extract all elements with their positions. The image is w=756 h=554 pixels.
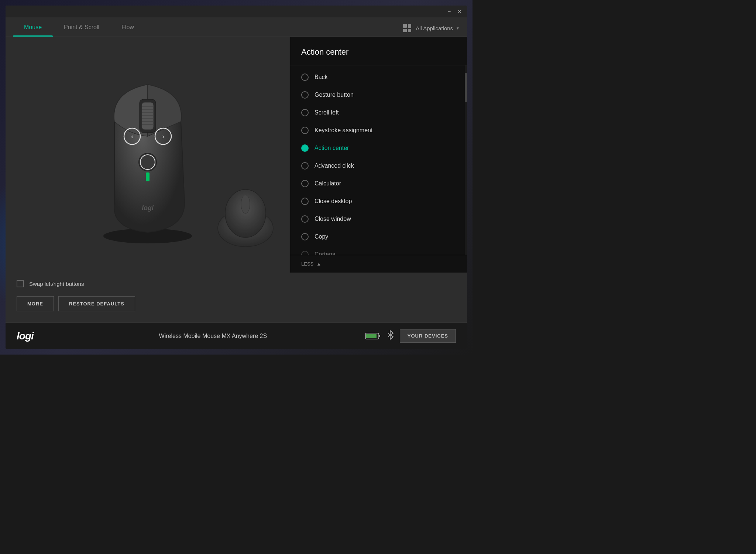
minimize-button[interactable]: − [446,8,453,15]
tab-bar: Mouse Point & Scroll Flow All Applicatio… [6,17,467,37]
action-item-calculator[interactable]: Calculator [290,175,465,192]
radio-advanced-click [301,162,309,170]
svg-rect-2 [142,102,154,130]
tab-mouse[interactable]: Mouse [13,17,53,37]
svg-rect-16 [146,172,150,181]
main-content: ‹ › logi [6,37,467,273]
less-label: LESS [301,261,313,267]
radio-keystroke-assignment [301,127,309,134]
title-bar: − ✕ [6,6,467,17]
bottom-controls: Swap left/right buttons MORE RESTORE DEF… [6,273,467,322]
action-label-keystroke-assignment: Keystroke assignment [315,127,372,134]
svg-text:›: › [162,133,164,140]
svg-text:logi: logi [142,204,154,212]
action-label-close-desktop: Close desktop [315,198,352,205]
mouse-area: ‹ › logi [6,37,290,273]
action-label-copy: Copy [315,233,328,240]
scrollbar-track[interactable] [465,65,467,255]
all-applications-label: All Applications [416,25,453,31]
radio-close-window [301,215,309,223]
radio-action-center [301,144,309,152]
mouse-illustration: ‹ › logi [20,52,275,258]
your-devices-button[interactable]: YOUR DEVICES [400,329,456,343]
action-center-list: Back Gesture button Scroll left [290,65,465,255]
battery-icon [365,332,381,340]
title-bar-controls: − ✕ [446,8,463,15]
tab-bar-right: All Applications ▼ [403,24,460,37]
mouse-svg: ‹ › logi [78,62,218,247]
main-window: − ✕ Mouse Point & Scroll Flow All Applic… [6,6,467,349]
action-label-scroll-left: Scroll left [315,109,339,116]
action-center-wrapper: Back Gesture button Scroll left [290,65,467,255]
scrollbar-thumb[interactable] [465,73,467,102]
bluetooth-icon [386,330,394,342]
action-item-back[interactable]: Back [290,68,465,86]
action-item-gesture-button[interactable]: Gesture button [290,86,465,104]
radio-calculator [301,180,309,187]
apps-grid-icon [403,24,411,32]
svg-point-22 [241,195,250,213]
action-label-gesture-button: Gesture button [315,92,354,98]
radio-back [301,73,309,81]
all-applications-button[interactable]: All Applications ▼ [416,25,460,31]
svg-rect-25 [366,334,377,338]
radio-gesture-button [301,91,309,99]
action-list-scroll[interactable]: Back Gesture button Scroll left [290,65,465,255]
action-item-cortana[interactable]: Cortana [290,246,465,255]
logi-logo: logi [17,330,61,342]
radio-cortana [301,251,309,255]
action-center-panel: Action center Back Gesture button [290,37,467,273]
more-button[interactable]: MORE [17,296,54,311]
action-label-advanced-click: Advanced click [315,163,354,169]
radio-scroll-left [301,109,309,116]
svg-text:‹: ‹ [131,133,133,140]
action-item-scroll-left[interactable]: Scroll left [290,104,465,122]
tab-flow[interactable]: Flow [110,17,145,37]
action-label-back: Back [315,74,328,81]
action-item-advanced-click[interactable]: Advanced click [290,157,465,175]
action-item-copy[interactable]: Copy [290,228,465,246]
action-item-close-desktop[interactable]: Close desktop [290,192,465,210]
svg-point-14 [139,153,157,171]
less-button[interactable]: LESS ▲ [290,255,467,273]
action-center-header: Action center [290,37,467,65]
action-center-title: Action center [301,47,456,57]
tab-point-scroll[interactable]: Point & Scroll [53,17,110,37]
action-item-keystroke-assignment[interactable]: Keystroke assignment [290,122,465,139]
device-controls: YOUR DEVICES [365,329,456,343]
action-label-action-center: Action center [315,145,349,151]
action-label-close-window: Close window [315,216,351,222]
svg-rect-24 [379,335,380,337]
button-row: MORE RESTORE DEFAULTS [17,296,456,311]
radio-close-desktop [301,198,309,205]
chevron-up-icon: ▲ [316,261,321,267]
swap-buttons-row: Swap left/right buttons [17,280,456,287]
radio-copy [301,233,309,240]
restore-defaults-button[interactable]: RESTORE DEFAULTS [58,296,135,311]
mouse-side-view [209,177,282,250]
action-label-calculator: Calculator [315,180,341,187]
swap-buttons-label: Swap left/right buttons [29,281,84,287]
action-item-action-center[interactable]: Action center [290,139,465,157]
action-label-cortana: Cortana [315,251,336,255]
device-name: Wireless Mobile Mouse MX Anywhere 2S [61,333,365,339]
footer: logi Wireless Mobile Mouse MX Anywhere 2… [6,322,467,349]
chevron-down-icon: ▼ [456,26,460,30]
close-button[interactable]: ✕ [456,8,463,15]
swap-buttons-checkbox[interactable] [17,280,24,287]
action-item-close-window[interactable]: Close window [290,210,465,228]
